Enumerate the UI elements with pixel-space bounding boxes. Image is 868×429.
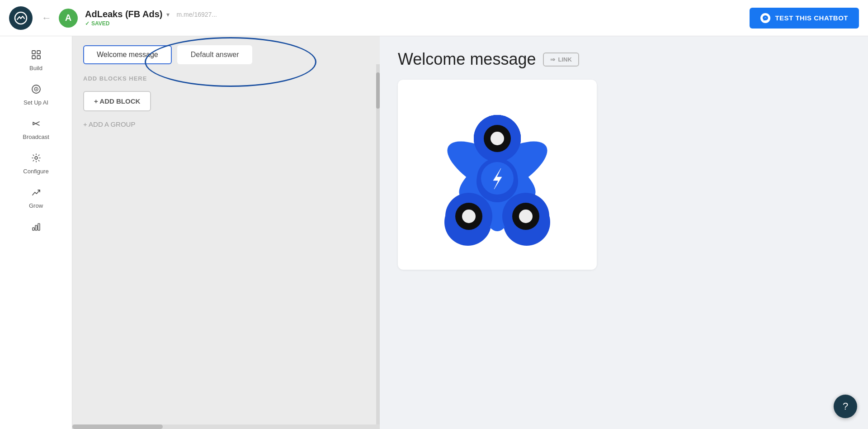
- setup-ai-icon: [31, 84, 41, 96]
- url-display: m.me/16927...: [177, 11, 217, 18]
- svg-rect-10: [35, 225, 37, 230]
- build-label: Build: [29, 65, 42, 72]
- bottom-scrollbar-thumb: [72, 424, 163, 429]
- svg-point-37: [462, 210, 476, 223]
- check-icon: ✓: [85, 20, 90, 27]
- link-icon: ⇒: [550, 56, 555, 63]
- scrollbar-thumb: [376, 72, 380, 109]
- question-mark-icon: ?: [843, 400, 848, 412]
- grow-icon: [31, 187, 41, 200]
- app-logo: [9, 6, 33, 30]
- app-header: ← A AdLeaks (FB Ads) ▾ m.me/16927... ✓ S…: [0, 0, 868, 36]
- sidebar-item-grow[interactable]: Grow: [0, 181, 72, 215]
- test-chatbot-label: TEST THIS CHATBOT: [775, 14, 848, 22]
- sidebar-item-build[interactable]: Build: [0, 43, 72, 78]
- svg-point-34: [491, 132, 504, 145]
- svg-rect-3: [32, 56, 35, 59]
- add-block-button[interactable]: + ADD BLOCK: [83, 91, 151, 111]
- sidebar-item-broadcast[interactable]: Broadcast: [0, 112, 72, 147]
- svg-rect-4: [37, 56, 40, 59]
- broadcast-label: Broadcast: [23, 133, 49, 140]
- messenger-icon: [760, 13, 770, 23]
- svg-rect-11: [38, 224, 40, 230]
- svg-point-8: [35, 157, 38, 159]
- scrollbar-track[interactable]: [376, 36, 380, 429]
- sidebar-item-stats[interactable]: [0, 215, 72, 240]
- block-area: ADD BLOCKS HERE + ADD BLOCK + ADD A GROU…: [72, 64, 380, 429]
- right-panel-title: Welcome message: [398, 50, 536, 69]
- right-panel: Welcome message ⇒ LINK: [380, 36, 868, 429]
- center-panel: Welcome message Default answer ADD BLOCK…: [72, 36, 380, 429]
- tabs-row: Welcome message Default answer: [72, 36, 380, 64]
- tab-default[interactable]: Default answer: [177, 45, 253, 64]
- setup-ai-label: Set Up AI: [24, 99, 48, 106]
- spinner-image: [420, 98, 574, 252]
- sidebar-item-setup-ai[interactable]: Set Up AI: [0, 78, 72, 112]
- sidebar: Build Set Up AI Broadcast: [0, 36, 72, 429]
- svg-rect-1: [32, 51, 35, 54]
- tab-welcome[interactable]: Welcome message: [83, 45, 172, 64]
- help-button[interactable]: ?: [834, 395, 857, 418]
- stats-icon: [31, 222, 41, 234]
- svg-rect-2: [37, 51, 40, 54]
- broadcast-icon: [31, 119, 41, 131]
- right-panel-header: Welcome message ⇒ LINK: [398, 50, 850, 69]
- avatar: A: [59, 9, 78, 28]
- svg-point-40: [519, 210, 533, 223]
- header-title-area: AdLeaks (FB Ads) ▾ m.me/16927... ✓ SAVED: [85, 9, 217, 27]
- build-icon: [31, 50, 41, 62]
- content-card: [398, 80, 597, 270]
- main-layout: Build Set Up AI Broadcast: [0, 36, 868, 429]
- test-chatbot-button[interactable]: TEST THIS CHATBOT: [750, 8, 859, 29]
- add-group-button[interactable]: + ADD A GROUP: [83, 119, 369, 130]
- svg-point-7: [35, 89, 37, 90]
- link-label: LINK: [558, 56, 571, 63]
- title-dropdown[interactable]: ▾: [166, 11, 170, 18]
- bottom-scrollbar[interactable]: [72, 424, 380, 429]
- svg-rect-9: [33, 228, 34, 230]
- saved-badge: ✓ SAVED: [85, 20, 217, 27]
- configure-label: Configure: [23, 168, 48, 175]
- link-badge-button[interactable]: ⇒ LINK: [543, 52, 579, 67]
- page-title: AdLeaks (FB Ads): [85, 9, 163, 19]
- configure-icon: [31, 153, 41, 165]
- back-button[interactable]: ←: [42, 12, 52, 24]
- grow-label: Grow: [29, 202, 43, 209]
- sidebar-item-configure[interactable]: Configure: [0, 147, 72, 181]
- add-blocks-label: ADD BLOCKS HERE: [83, 75, 369, 82]
